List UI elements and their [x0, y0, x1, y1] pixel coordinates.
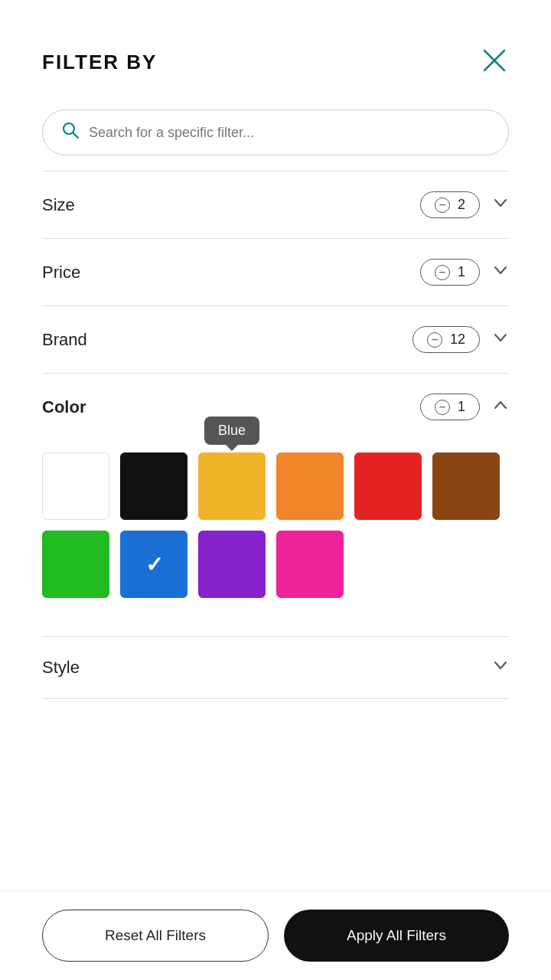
color-tooltip: Blue [204, 416, 259, 445]
color-section: Blue ✓ [0, 452, 551, 613]
main-content: Size − 2 Price [0, 102, 551, 980]
search-icon [61, 121, 80, 144]
filter-row-style[interactable]: Style [0, 637, 551, 698]
close-button[interactable] [480, 46, 509, 79]
color-grid: Blue ✓ [42, 452, 509, 598]
tooltip-wrapper-yellow: Blue [198, 452, 266, 520]
filter-badge-brand[interactable]: − 12 [412, 326, 480, 353]
chevron-down-icon-brand [492, 329, 509, 351]
filter-label-color: Color [42, 397, 86, 417]
filter-row-brand[interactable]: Brand − 12 [0, 306, 551, 373]
color-swatch-blue[interactable]: ✓ [120, 531, 187, 598]
footer-buttons: Reset All Filters Apply All Filters [0, 890, 551, 980]
filter-right-price: − 1 [420, 259, 509, 286]
chevron-up-icon-color [492, 397, 509, 418]
search-section [0, 102, 551, 171]
filter-label-brand: Brand [42, 330, 87, 350]
tooltip-text: Blue [218, 423, 246, 438]
divider-style [42, 698, 509, 699]
color-swatch-yellow[interactable] [198, 452, 266, 520]
badge-minus-color: − [435, 400, 450, 415]
filter-row-color[interactable]: Color − 1 [0, 374, 551, 440]
checkmark-icon: ✓ [120, 531, 187, 598]
badge-minus-price: − [435, 265, 450, 280]
color-swatch-brown[interactable] [432, 452, 500, 520]
badge-minus-brand: − [427, 332, 442, 348]
filter-row-size[interactable]: Size − 2 [0, 172, 551, 238]
filter-right-brand: − 12 [412, 326, 509, 353]
filter-right-style [492, 657, 509, 678]
filter-row-price[interactable]: Price − 1 [0, 239, 551, 305]
apply-all-filters-button[interactable]: Apply All Filters [284, 910, 509, 962]
search-bar[interactable] [42, 109, 509, 155]
page-title: FILTER BY [42, 51, 157, 74]
color-swatch-black[interactable] [120, 452, 187, 520]
color-swatch-green[interactable] [42, 531, 109, 598]
color-swatch-red[interactable] [354, 452, 422, 520]
filter-badge-color[interactable]: − 1 [420, 394, 480, 420]
color-swatch-pink[interactable] [276, 531, 344, 598]
color-swatch-orange[interactable] [276, 452, 344, 520]
color-swatch-purple[interactable] [198, 531, 266, 598]
badge-minus-size: − [435, 198, 450, 213]
filter-count-size: 2 [458, 197, 465, 213]
filter-label-size: Size [42, 195, 75, 215]
svg-line-3 [73, 133, 79, 139]
filter-right-size: − 2 [420, 191, 509, 218]
chevron-down-icon-price [492, 262, 509, 283]
chevron-down-icon-size [492, 194, 509, 216]
reset-all-filters-button[interactable]: Reset All Filters [42, 910, 269, 962]
filter-badge-size[interactable]: − 2 [420, 191, 480, 218]
chevron-down-icon-style [492, 657, 509, 678]
filter-count-brand: 12 [450, 332, 465, 348]
filter-label-style: Style [42, 658, 80, 678]
filter-badge-price[interactable]: − 1 [420, 259, 480, 286]
filter-header: FILTER BY [0, 0, 551, 102]
filter-panel: FILTER BY Size [0, 0, 551, 980]
filter-right-color: − 1 [420, 394, 509, 420]
color-swatch-white[interactable] [42, 452, 109, 520]
search-input[interactable] [89, 125, 490, 141]
filter-label-price: Price [42, 263, 80, 283]
filter-count-price: 1 [458, 264, 465, 280]
filter-count-color: 1 [458, 399, 465, 415]
